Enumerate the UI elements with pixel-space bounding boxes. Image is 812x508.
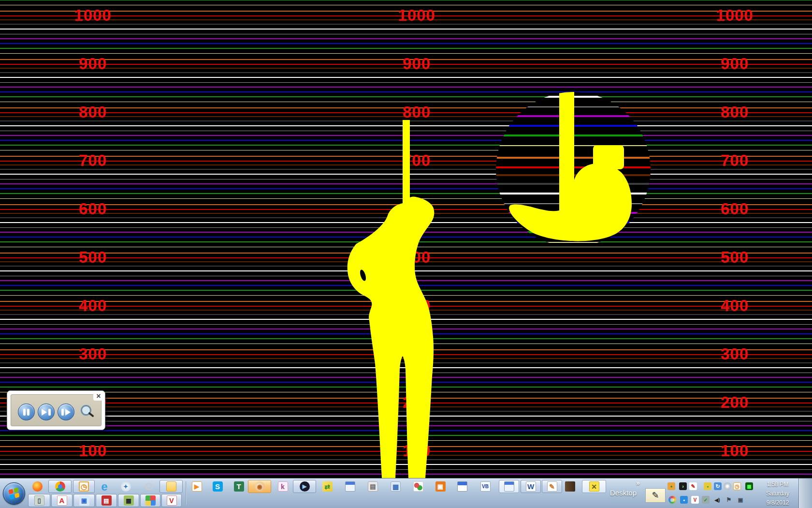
internet-explorer-button[interactable]: e <box>97 480 112 493</box>
media-play-button[interactable]: ▶ <box>190 480 203 493</box>
tuneup-icon: T <box>234 481 244 492</box>
scale-labels: 1000900800700600500400300200100100090080… <box>0 0 812 508</box>
network-tray-icon[interactable]: ▣ <box>737 496 744 504</box>
next-frame-button[interactable] <box>38 403 55 420</box>
word-button[interactable]: W <box>521 480 541 493</box>
logoff-door-button[interactable] <box>564 480 576 493</box>
tuneup-button[interactable]: T <box>232 480 245 493</box>
taskbar-separator <box>186 481 187 505</box>
green-device-button[interactable]: ▦ <box>118 494 139 507</box>
copy-windows-button[interactable]: ▣ <box>434 480 447 493</box>
speaker-tray-icon[interactable]: ◀) <box>713 496 721 504</box>
toolbar-chevron[interactable]: » <box>636 479 640 487</box>
color-cube-icon <box>145 495 156 506</box>
scale-label-center-400: 400 <box>403 297 431 315</box>
scale-label-center-300: 300 <box>403 345 431 363</box>
explorer-folder-button[interactable] <box>160 480 183 493</box>
media-player-button[interactable]: ▶ <box>293 480 316 493</box>
printer-icon: ▤ <box>368 481 378 492</box>
scale-label-left-900: 900 <box>79 55 107 73</box>
step-triangle <box>65 409 71 416</box>
scale-label-left-1000: 1000 <box>74 6 111 25</box>
scale-label-center-900: 900 <box>403 55 431 73</box>
acrobat-icon: A <box>57 495 67 506</box>
scale-label-right-500: 500 <box>721 248 749 267</box>
pause-bar <box>23 409 26 416</box>
scale-label-center-100: 100 <box>403 442 431 460</box>
projector-button[interactable]: ▯ <box>28 494 50 507</box>
scale-label-center-1000: 1000 <box>398 6 435 25</box>
desktop: 1000900800700600500400300200100100090080… <box>0 0 812 508</box>
chat-tray-icon[interactable]: ● <box>680 496 688 504</box>
updater-tray-icon[interactable]: ↻ <box>714 482 722 490</box>
app-window-button[interactable] <box>344 480 356 493</box>
start-button[interactable] <box>3 482 25 505</box>
scale-label-right-1000: 1000 <box>716 6 753 25</box>
sync-arrows-button[interactable]: ⇄ <box>321 480 334 493</box>
copy-windows-icon: ▣ <box>435 481 446 492</box>
step-forward-button[interactable] <box>58 403 74 420</box>
key-tool-icon: k <box>278 481 288 492</box>
yellow-tool-button[interactable]: ✕ <box>582 480 606 493</box>
show-desktop-button[interactable] <box>798 478 812 508</box>
red-toolbox-icon: ▤ <box>102 495 112 506</box>
pen-tablet-icon[interactable]: ✎ <box>645 488 666 503</box>
opera-button[interactable]: O <box>142 480 156 493</box>
acrobat-button[interactable]: A <box>51 494 72 507</box>
color-cube-button[interactable] <box>140 494 160 507</box>
logoff-door-icon <box>565 481 575 492</box>
green-grid-tray-icon[interactable]: ▦ <box>745 482 753 490</box>
pause-button[interactable] <box>18 403 35 420</box>
scale-label-right-700: 700 <box>721 151 749 170</box>
magnify-button[interactable] <box>79 404 95 420</box>
key-tool-button[interactable]: k <box>277 480 289 493</box>
red-brush-tray-icon[interactable]: ✎ <box>689 482 697 490</box>
timer-clock-button[interactable]: ◷ <box>73 480 95 493</box>
clock-time: 1:58 PM <box>758 481 798 488</box>
scale-label-center-600: 600 <box>403 200 431 218</box>
notepad-edit-button[interactable]: ✎ <box>542 480 562 493</box>
opera-icon: O <box>144 481 154 492</box>
calculator-button[interactable]: ▦ <box>390 480 402 493</box>
v-tray-tray-icon[interactable]: V <box>691 496 699 504</box>
safari-button[interactable]: ✦ <box>118 480 133 493</box>
runner-tray-icon[interactable]: ● <box>667 482 675 490</box>
control-panel-button[interactable]: ▣ <box>73 494 95 507</box>
explorer-folder-icon <box>166 481 176 492</box>
control-panel-icon: ▣ <box>79 495 89 506</box>
scale-label-right-900: 900 <box>721 55 749 73</box>
paint-palette-button[interactable]: ◉ <box>248 480 271 493</box>
scale-label-left-700: 700 <box>79 151 107 170</box>
pills-button[interactable] <box>412 480 424 493</box>
scale-label-left-600: 600 <box>79 200 107 218</box>
skype-icon: S <box>213 481 223 492</box>
color-spiral-tray-icon[interactable]: ◎ <box>668 496 676 504</box>
visual-basic-button[interactable]: VB <box>478 480 493 493</box>
lens-magnified-figure <box>496 92 651 247</box>
next-bar <box>48 409 51 416</box>
v-media-button[interactable]: V <box>161 494 182 507</box>
clock[interactable]: 1:58 PM Saturday 9/8/2012 <box>758 480 798 507</box>
tray-clock-tray-icon[interactable]: ◷ <box>733 482 741 490</box>
console-tray-icon[interactable]: › <box>679 482 687 490</box>
scale-label-left-300: 300 <box>79 345 107 363</box>
action-flag-tray-icon[interactable]: ⚑ <box>725 496 733 504</box>
desktop-toolbar-label[interactable]: Desktop <box>610 489 637 497</box>
disc-tray-icon[interactable] <box>724 482 731 490</box>
printer-button[interactable]: ▤ <box>366 480 379 493</box>
usb-eject-tray-icon[interactable]: ✓ <box>702 496 710 504</box>
window-2-button[interactable] <box>499 480 519 493</box>
chrome-button[interactable] <box>48 480 72 493</box>
paint-palette-icon: ◉ <box>255 481 265 492</box>
close-button[interactable]: × <box>93 391 104 401</box>
scale-label-left-800: 800 <box>79 103 107 121</box>
player-control-box: × <box>7 390 105 430</box>
red-toolbox-button[interactable]: ▤ <box>96 494 117 507</box>
clock-day: Saturday <box>758 490 798 497</box>
small-app-window-button[interactable] <box>456 480 468 493</box>
firefox-button[interactable] <box>30 480 44 493</box>
skype-button[interactable]: S <box>211 480 224 493</box>
clock-date: 9/8/2012 <box>758 499 798 506</box>
word-icon: W <box>526 481 536 492</box>
shield-tray-icon[interactable]: ● <box>704 482 711 490</box>
